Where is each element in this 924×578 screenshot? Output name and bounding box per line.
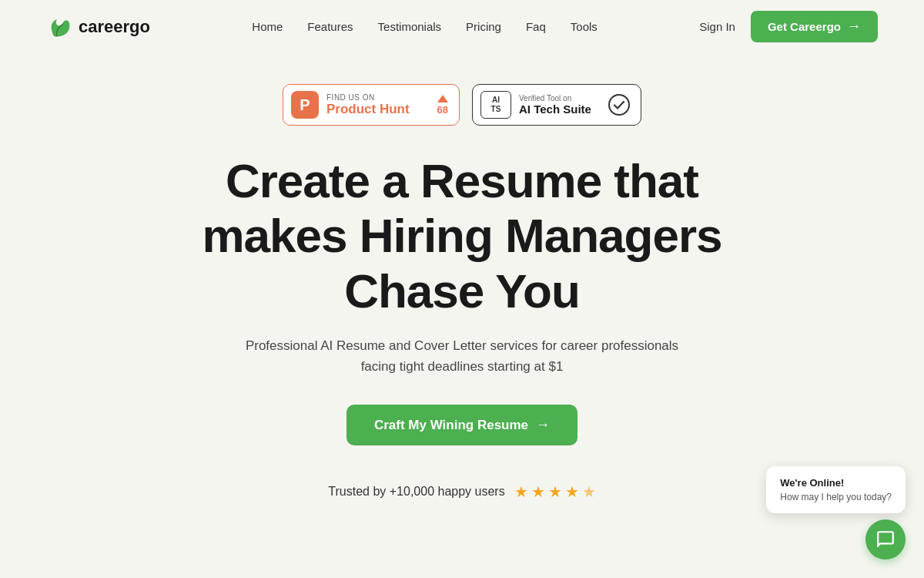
- ai-tech-suite-badge[interactable]: AITS Verified Tool on AI Tech Suite: [472, 84, 641, 126]
- aits-verified-label: Verified Tool on: [519, 94, 571, 102]
- chat-widget: We're Online! How may I help you today?: [766, 466, 906, 560]
- svg-point-0: [609, 95, 629, 115]
- nav-testimonials[interactable]: Testimonials: [378, 20, 442, 33]
- aits-check-icon: [608, 94, 630, 116]
- star-3: ★: [548, 482, 562, 501]
- chat-open-button[interactable]: [865, 519, 906, 560]
- nav-faq[interactable]: Faq: [526, 20, 546, 33]
- cta-button[interactable]: Craft My Wining Resume →: [346, 405, 578, 445]
- stars-row: ★ ★ ★ ★ ★: [514, 482, 596, 501]
- trusted-row: Trusted by +10,000 happy users ★ ★ ★ ★ ★: [328, 482, 595, 501]
- aits-text: Verified Tool on AI Tech Suite: [519, 94, 591, 116]
- star-1: ★: [514, 482, 528, 501]
- star-4: ★: [565, 482, 579, 501]
- product-hunt-badge[interactable]: P FIND US ON Product Hunt 68: [283, 84, 460, 126]
- logo[interactable]: careergo: [46, 15, 150, 39]
- logo-text: careergo: [79, 17, 150, 37]
- hero-headline: Create a Resume that makes Hiring Manage…: [202, 153, 721, 318]
- chat-icon: [875, 529, 896, 549]
- ph-find-us-label: FIND US ON: [326, 93, 375, 102]
- chat-online-label: We're Online!: [780, 477, 892, 489]
- nav-home[interactable]: Home: [252, 20, 283, 33]
- navbar: careergo Home Features Testimonials Pric…: [0, 0, 924, 53]
- arrow-right-icon: →: [847, 18, 861, 35]
- signin-link[interactable]: Sign In: [699, 20, 735, 33]
- product-hunt-icon: P: [291, 91, 319, 119]
- nav-links: Home Features Testimonials Pricing Faq T…: [252, 20, 598, 34]
- get-careergo-button[interactable]: Get Careergo →: [751, 11, 878, 42]
- trusted-text: Trusted by +10,000 happy users: [328, 485, 504, 499]
- chat-help-label: How may I help you today?: [780, 492, 892, 502]
- hero-subtext: Professional AI Resume and Cover Letter …: [239, 335, 685, 377]
- nav-features[interactable]: Features: [307, 20, 353, 33]
- nav-pricing[interactable]: Pricing: [466, 20, 501, 33]
- product-hunt-text: FIND US ON Product Hunt: [326, 93, 410, 117]
- ph-triangle-icon: [437, 95, 448, 102]
- ph-votes: 68: [437, 95, 448, 116]
- hero-section: P FIND US ON Product Hunt 68 AITS Verifi…: [0, 53, 924, 532]
- star-5-half: ★: [582, 482, 596, 501]
- nav-right: Sign In Get Careergo →: [699, 11, 878, 42]
- aits-logo-icon: AITS: [480, 91, 511, 119]
- cta-arrow-icon: →: [536, 417, 550, 433]
- ph-name: Product Hunt: [326, 102, 410, 117]
- aits-name: AI Tech Suite: [519, 102, 591, 116]
- logo-icon: [46, 15, 74, 39]
- badges-row: P FIND US ON Product Hunt 68 AITS Verifi…: [283, 84, 641, 126]
- ph-vote-count: 68: [437, 104, 448, 116]
- star-2: ★: [531, 482, 545, 501]
- chat-bubble: We're Online! How may I help you today?: [766, 466, 906, 513]
- nav-tools[interactable]: Tools: [571, 20, 598, 33]
